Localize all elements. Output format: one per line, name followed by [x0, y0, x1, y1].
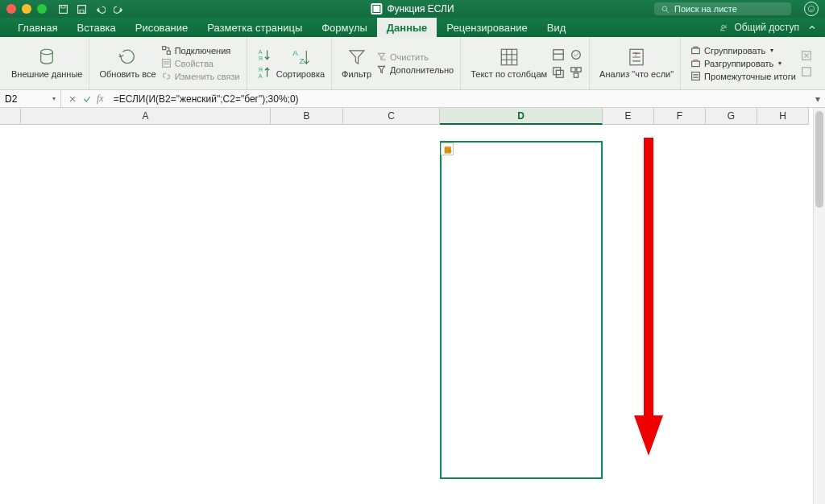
col-header-H[interactable]: H: [757, 108, 809, 125]
connections-button[interactable]: Подключения: [161, 45, 240, 56]
clear-filter-button[interactable]: Очистить: [376, 52, 454, 62]
col-header-C[interactable]: C: [343, 108, 440, 125]
properties-button[interactable]: Свойства: [161, 58, 240, 68]
consolidate-icon[interactable]: [570, 66, 582, 79]
svg-rect-21: [571, 67, 575, 71]
whatif-button[interactable]: ? Анализ "что если": [599, 47, 674, 79]
user-menu[interactable]: [804, 2, 819, 16]
spreadsheet-grid: A B C D E F G H 1 Наименование Пол Вид с…: [0, 108, 825, 504]
annotation-arrow-icon: [632, 138, 665, 460]
scrollbar-thumb[interactable]: [815, 111, 823, 208]
col-header-B[interactable]: B: [271, 108, 343, 125]
svg-rect-28: [692, 72, 700, 81]
ribbon: Внешние данные Обновить все Подключения …: [0, 37, 825, 90]
col-header-G[interactable]: G: [706, 108, 757, 125]
sort-az-icon[interactable]: AЯ: [257, 48, 272, 62]
vertical-scrollbar[interactable]: [813, 108, 825, 504]
sort-big-icon: AZ: [290, 47, 311, 68]
tab-pagelayout[interactable]: Разметка страницы: [197, 18, 312, 37]
links-icon: [161, 71, 172, 81]
showdetail-icon[interactable]: [801, 50, 812, 61]
formula-input[interactable]: =ЕСЛИ(И(B2="женский";C2="бег");30%;0): [110, 93, 810, 105]
refresh-all-button[interactable]: Обновить все: [99, 47, 155, 79]
share-icon: [719, 23, 729, 32]
col-header-A[interactable]: A: [21, 108, 271, 125]
filter-button[interactable]: Фильтр: [342, 47, 371, 79]
enter-formula-icon[interactable]: [82, 94, 92, 104]
document-title: Функция ЕСЛИ: [371, 3, 454, 14]
sort-za-icon[interactable]: ЯA: [257, 65, 272, 80]
whatif-icon: ?: [626, 47, 647, 68]
svg-rect-23: [574, 72, 578, 76]
svg-rect-7: [162, 47, 165, 50]
sheet-search[interactable]: Поиск на листе: [654, 2, 791, 15]
svg-rect-26: [692, 48, 700, 54]
removedup-icon[interactable]: [552, 66, 565, 79]
sort-button[interactable]: AZ Сортировка: [276, 47, 325, 79]
tab-draw[interactable]: Рисование: [126, 18, 197, 37]
tab-formulas[interactable]: Формулы: [312, 18, 377, 37]
external-data-icon: [36, 47, 57, 68]
subtotal-button[interactable]: Промежуточные итоги: [690, 71, 796, 81]
search-icon: [661, 5, 670, 14]
select-all-corner[interactable]: [0, 108, 21, 125]
tab-insert[interactable]: Вставка: [67, 18, 125, 37]
svg-text:A: A: [292, 49, 298, 58]
tab-view[interactable]: Вид: [537, 18, 576, 37]
chevron-down-icon[interactable]: ▾: [52, 95, 56, 102]
formula-bar: D2 ▾ fx =ЕСЛИ(И(B2="женский";C2="бег");3…: [0, 90, 825, 108]
svg-rect-0: [60, 5, 68, 13]
edit-links-button[interactable]: Изменить связи: [161, 71, 240, 81]
svg-point-3: [662, 6, 667, 11]
autosave-icon[interactable]: [58, 4, 68, 14]
doc-title-text: Функция ЕСЛИ: [387, 3, 454, 14]
svg-rect-27: [692, 61, 700, 67]
tab-data[interactable]: Данные: [377, 18, 437, 37]
col-header-D[interactable]: D: [440, 108, 603, 125]
advanced-filter-button[interactable]: Дополнительно: [376, 64, 454, 75]
external-data-button[interactable]: Внешние данные: [11, 47, 82, 79]
flashfill-icon[interactable]: [552, 48, 565, 61]
excel-doc-icon: [371, 3, 382, 14]
redo-icon[interactable]: [114, 4, 124, 14]
svg-point-6: [41, 50, 53, 56]
svg-rect-16: [501, 50, 517, 66]
window-controls: [6, 4, 47, 14]
name-box[interactable]: D2 ▾: [0, 90, 61, 107]
svg-point-5: [722, 25, 725, 28]
svg-rect-2: [80, 10, 84, 13]
minimize-icon[interactable]: [22, 4, 31, 14]
tab-home[interactable]: Главная: [8, 18, 67, 37]
validation-icon[interactable]: [570, 48, 582, 61]
text-to-cols-icon: [499, 47, 520, 68]
hidedetail-icon[interactable]: [801, 66, 812, 77]
properties-icon: [161, 58, 172, 68]
svg-rect-19: [556, 70, 563, 77]
autofill-options-icon[interactable]: ▦+: [441, 143, 454, 155]
filter-icon: [346, 47, 367, 68]
svg-text:?: ?: [634, 52, 638, 59]
advanced-icon: [376, 64, 387, 75]
share-button[interactable]: Общий доступ: [719, 22, 799, 33]
undo-icon[interactable]: [95, 4, 106, 14]
ungroup-button[interactable]: Разгруппировать▾: [690, 58, 796, 68]
close-icon[interactable]: [6, 4, 16, 14]
svg-marker-32: [634, 415, 663, 456]
group-icon: [690, 45, 701, 56]
maximize-icon[interactable]: [37, 4, 47, 14]
quick-access-toolbar: [58, 4, 124, 14]
ungroup-icon: [690, 58, 701, 68]
ribbon-tabs: Главная Вставка Рисование Разметка стран…: [0, 18, 825, 37]
expand-formula-icon[interactable]: ▾: [810, 93, 825, 105]
group-button[interactable]: Сгруппировать▾: [690, 45, 796, 56]
cancel-formula-icon[interactable]: [68, 94, 77, 104]
svg-rect-22: [577, 67, 581, 71]
fx-icon[interactable]: fx: [97, 93, 104, 105]
collapse-ribbon-icon[interactable]: [807, 23, 817, 32]
col-header-E[interactable]: E: [603, 108, 654, 125]
text-to-columns-button[interactable]: Текст по столбцам: [471, 47, 547, 79]
tab-review[interactable]: Рецензирование: [437, 18, 537, 37]
svg-rect-17: [553, 49, 563, 59]
save-icon[interactable]: [77, 4, 87, 14]
col-header-F[interactable]: F: [654, 108, 706, 125]
